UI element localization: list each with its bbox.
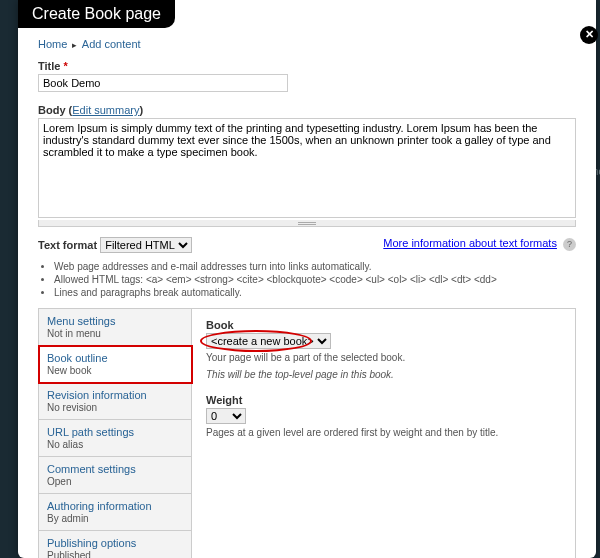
book-label: Book	[206, 319, 561, 331]
format-tip: Lines and paragraphs break automatically…	[54, 287, 576, 298]
vertical-tabs: Menu settings Not in menu Book outline N…	[38, 308, 576, 558]
vertical-tabs-list: Menu settings Not in menu Book outline N…	[39, 309, 192, 558]
format-tip: Web page addresses and e-mail addresses …	[54, 261, 576, 272]
text-format-label: Text format	[38, 239, 97, 251]
body-textarea[interactable]: Lorem Ipsum is simply dummy text of the …	[38, 118, 576, 218]
format-info-link[interactable]: More information about text formats	[383, 237, 557, 249]
weight-label: Weight	[206, 394, 561, 406]
body-label: Body (Edit summary)	[38, 104, 143, 116]
tab-revision-information[interactable]: Revision information No revision	[39, 383, 191, 420]
help-icon[interactable]: ?	[563, 238, 576, 251]
resize-grippie-icon[interactable]	[38, 220, 576, 227]
book-select[interactable]: <create a new book>	[206, 333, 331, 349]
format-tip: Allowed HTML tags: <a> <em> <strong> <ci…	[54, 274, 576, 285]
create-book-modal: Create Book page ✕ Home ▸ Add content Ti…	[18, 0, 596, 558]
breadcrumb-home[interactable]: Home	[38, 38, 67, 50]
text-format-select[interactable]: Filtered HTML	[100, 237, 192, 253]
weight-select[interactable]: 0	[206, 408, 246, 424]
modal-title: Create Book page	[18, 0, 175, 28]
title-input[interactable]	[38, 74, 288, 92]
tab-authoring-information[interactable]: Authoring information By admin	[39, 494, 191, 531]
tab-publishing-options[interactable]: Publishing options Published	[39, 531, 191, 558]
book-outline-pane: Book <create a new book> Your page will …	[192, 309, 575, 558]
tab-comment-settings[interactable]: Comment settings Open	[39, 457, 191, 494]
text-format-info: More information about text formats ?	[383, 237, 576, 251]
tab-url-path-settings[interactable]: URL path settings No alias	[39, 420, 191, 457]
weight-help-text: Pages at a given level are ordered first…	[206, 427, 561, 438]
tab-book-outline[interactable]: Book outline New book	[39, 346, 192, 383]
close-icon[interactable]: ✕	[580, 26, 598, 44]
format-tips: Web page addresses and e-mail addresses …	[54, 261, 576, 298]
title-label: Title *	[38, 60, 68, 72]
book-help-text: Your page will be a part of the selected…	[206, 352, 561, 363]
edit-summary-link[interactable]: Edit summary	[72, 104, 139, 116]
breadcrumb: Home ▸ Add content	[38, 38, 576, 50]
required-asterisk-icon: *	[63, 60, 67, 72]
book-top-level-text: This will be the top-level page in this …	[206, 369, 561, 380]
breadcrumb-add-content[interactable]: Add content	[82, 38, 141, 50]
breadcrumb-separator-icon: ▸	[72, 40, 77, 50]
tab-menu-settings[interactable]: Menu settings Not in menu	[39, 309, 191, 346]
